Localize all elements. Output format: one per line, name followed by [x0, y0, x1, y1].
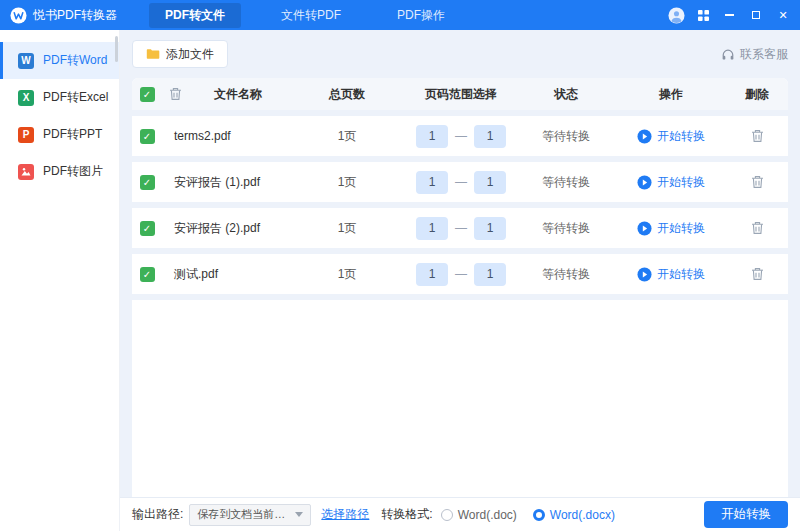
image-file-icon [18, 164, 34, 180]
contact-support-label: 联系客服 [740, 46, 788, 63]
status-text: 等待转换 [516, 208, 616, 248]
page-from-input[interactable] [416, 263, 448, 286]
sidebar-item-label: PDF转Word [43, 52, 107, 69]
headset-icon [721, 48, 735, 61]
play-icon [637, 221, 652, 236]
table-row: 安评报告 (1).pdf 1页 — 等待转换 开始转换 [132, 162, 788, 208]
add-file-label: 添加文件 [166, 46, 214, 63]
start-convert-button[interactable]: 开始转换 [704, 501, 788, 528]
select-all-checkbox[interactable] [140, 87, 155, 102]
nav-tab-2[interactable]: 文件转PDF [265, 3, 357, 28]
row-checkbox[interactable] [140, 175, 155, 190]
app-window: 悦书PDF转换器 PDF转文件文件转PDFPDF操作 ✕ W PDF转Word … [0, 0, 800, 531]
delete-row-icon[interactable] [751, 221, 764, 235]
table-row: terms2.pdf 1页 — 等待转换 开始转换 [132, 116, 788, 162]
chevron-down-icon [295, 512, 303, 517]
format-option-1[interactable]: Word(.doc) [441, 508, 517, 522]
table-row: 安评报告 (2).pdf 1页 — 等待转换 开始转换 [132, 208, 788, 254]
file-name: 安评报告 (2).pdf [162, 208, 288, 248]
col-header-pages: 总页数 [288, 78, 406, 110]
apps-grid-icon[interactable] [698, 10, 709, 21]
sidebar-item-1[interactable]: W PDF转Word [0, 42, 119, 79]
col-header-action: 操作 [616, 78, 726, 110]
status-text: 等待转换 [516, 162, 616, 202]
start-convert-label: 开始转换 [657, 220, 705, 237]
range-separator: — [455, 129, 467, 143]
sidebar-item-3[interactable]: P PDF转PPT [0, 116, 119, 153]
file-name: 测试.pdf [162, 254, 288, 294]
play-icon [637, 267, 652, 282]
row-checkbox[interactable] [140, 221, 155, 236]
main-panel: 添加文件 联系客服 文件名称 [120, 30, 800, 531]
add-file-button[interactable]: 添加文件 [132, 40, 228, 68]
page-range: — [406, 208, 516, 248]
page-range: — [406, 254, 516, 294]
sidebar: W PDF转Word X PDF转Excel P PDF转PPT PDF转图片 [0, 30, 120, 531]
row-checkbox[interactable] [140, 267, 155, 282]
main-nav: PDF转文件文件转PDFPDF操作 [149, 3, 461, 28]
start-convert-label: 开始转换 [657, 266, 705, 283]
format-label: 转换格式: [381, 506, 432, 523]
delete-row-icon[interactable] [751, 129, 764, 143]
nav-tab-1[interactable]: PDF转文件 [149, 3, 241, 28]
format-option-2[interactable]: Word(.docx) [533, 508, 615, 522]
file-name: 安评报告 (1).pdf [162, 162, 288, 202]
close-button[interactable]: ✕ [776, 8, 790, 22]
format-options: Word(.doc) Word(.docx) [441, 508, 615, 522]
maximize-button[interactable] [749, 8, 763, 22]
start-convert-label: 开始转换 [657, 128, 705, 145]
row-start-convert-button[interactable]: 开始转换 [616, 116, 726, 156]
bulk-delete-icon[interactable] [169, 87, 182, 101]
titlebar-controls: ✕ [668, 7, 790, 24]
page-from-input[interactable] [416, 125, 448, 148]
table-row: 测试.pdf 1页 — 等待转换 开始转换 [132, 254, 788, 300]
minimize-button[interactable] [722, 8, 736, 22]
row-start-convert-button[interactable]: 开始转换 [616, 162, 726, 202]
page-from-input[interactable] [416, 171, 448, 194]
excel-file-icon: X [18, 90, 34, 106]
page-to-input[interactable] [474, 125, 506, 148]
sidebar-items: W PDF转Word X PDF转Excel P PDF转PPT PDF转图片 [0, 42, 119, 190]
page-from-input[interactable] [416, 217, 448, 240]
page-range: — [406, 162, 516, 202]
nav-tab-3[interactable]: PDF操作 [381, 3, 461, 28]
folder-icon [146, 48, 160, 60]
range-separator: — [455, 175, 467, 189]
page-to-input[interactable] [474, 263, 506, 286]
format-option-label: Word(.doc) [458, 508, 517, 522]
row-start-convert-button[interactable]: 开始转换 [616, 254, 726, 294]
range-separator: — [455, 267, 467, 281]
play-icon [637, 175, 652, 190]
file-table: 文件名称 总页数 页码范围选择 状态 操作 删除 terms2.pdf 1页 —… [132, 78, 788, 497]
format-option-label: Word(.docx) [550, 508, 615, 522]
sidebar-item-label: PDF转PPT [43, 126, 102, 143]
app-title: 悦书PDF转换器 [33, 7, 117, 24]
contact-support-link[interactable]: 联系客服 [721, 46, 788, 63]
choose-path-link[interactable]: 选择路径 [321, 506, 369, 523]
play-icon [637, 129, 652, 144]
app-logo-icon [10, 7, 27, 24]
delete-row-icon[interactable] [751, 267, 764, 281]
titlebar: 悦书PDF转换器 PDF转文件文件转PDFPDF操作 ✕ [0, 0, 800, 30]
sidebar-scrollbar[interactable] [115, 36, 118, 62]
ppt-file-icon: P [18, 127, 34, 143]
page-to-input[interactable] [474, 217, 506, 240]
col-header-delete: 删除 [726, 78, 788, 110]
minimize-icon [725, 14, 734, 16]
output-path-select[interactable]: 保存到文档当前目录 [189, 504, 311, 526]
page-count: 1页 [288, 116, 406, 156]
delete-row-icon[interactable] [751, 175, 764, 189]
status-text: 等待转换 [516, 254, 616, 294]
page-count: 1页 [288, 162, 406, 202]
output-path-value: 保存到文档当前目录 [197, 507, 291, 522]
word-file-icon: W [18, 53, 34, 69]
sidebar-item-4[interactable]: PDF转图片 [0, 153, 119, 190]
row-start-convert-button[interactable]: 开始转换 [616, 208, 726, 248]
row-checkbox[interactable] [140, 129, 155, 144]
footer-bar: 输出路径: 保存到文档当前目录 选择路径 转换格式: Word(.doc) Wo… [120, 497, 800, 531]
maximize-icon [752, 11, 760, 19]
avatar[interactable] [668, 7, 685, 24]
sidebar-item-2[interactable]: X PDF转Excel [0, 79, 119, 116]
output-path-label: 输出路径: [132, 506, 183, 523]
page-to-input[interactable] [474, 171, 506, 194]
